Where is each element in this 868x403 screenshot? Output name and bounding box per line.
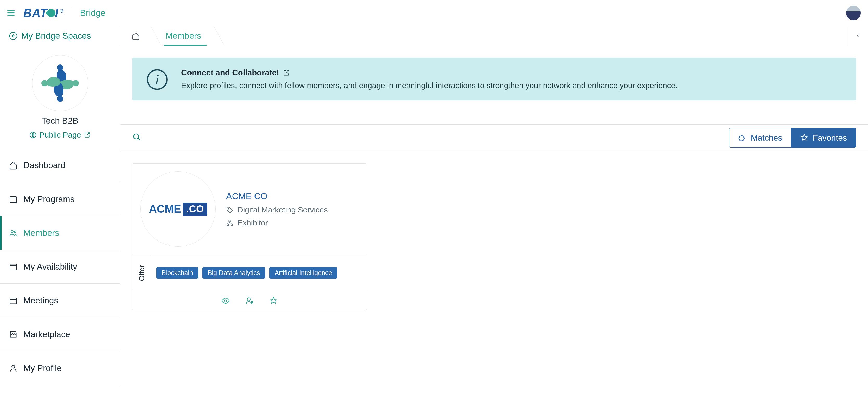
favorites-button[interactable]: Favorites — [791, 128, 856, 148]
collapse-button[interactable] — [848, 26, 868, 45]
offer-tag[interactable]: Blockchain — [156, 267, 198, 279]
my-bridge-spaces-link[interactable]: My Bridge Spaces — [0, 26, 120, 46]
offer-tag[interactable]: Artificial Intelligence — [269, 267, 337, 279]
svg-rect-10 — [10, 298, 17, 304]
user-avatar[interactable] — [846, 6, 861, 20]
brand-separator — [72, 7, 72, 19]
offer-label: Offer — [132, 255, 151, 291]
calendar-icon — [9, 262, 18, 271]
sidebar-item-label: Members — [23, 228, 59, 238]
offer-tags: Blockchain Big Data Analytics Artificial… — [151, 255, 342, 291]
svg-rect-6 — [10, 197, 17, 203]
info-banner: i Connect and Collaborate! Explore profi… — [132, 58, 856, 100]
matches-button[interactable]: Matches — [729, 128, 791, 148]
svg-point-11 — [12, 365, 14, 368]
external-link-icon[interactable] — [283, 69, 290, 76]
sidebar-item-marketplace[interactable]: Marketplace — [0, 317, 120, 351]
workspace-logo — [32, 55, 88, 111]
external-link-icon — [84, 132, 91, 138]
info-icon: i — [147, 69, 167, 90]
triangle-left-icon — [856, 33, 861, 39]
public-page-link[interactable]: Public Page — [29, 131, 90, 139]
sidebar-item-my-profile[interactable]: My Profile — [0, 351, 120, 385]
member-logo-box: .CO — [183, 203, 207, 216]
svg-point-3 — [57, 96, 63, 102]
user-icon — [9, 364, 18, 373]
sidebar-item-members[interactable]: Members — [0, 216, 120, 250]
member-logo: ACME .CO — [140, 171, 216, 247]
svg-point-7 — [11, 230, 13, 233]
star-outline-icon[interactable] — [269, 296, 278, 305]
member-logo-text: ACME — [149, 203, 181, 215]
brand-logo[interactable]: BATI® — [23, 6, 64, 20]
member-category: Digital Marketing Services — [238, 205, 328, 214]
sidebar-item-label: Dashboard — [23, 160, 65, 170]
sidebar-item-label: My Programs — [23, 194, 74, 204]
app-name[interactable]: Bridge — [80, 8, 105, 18]
svg-point-17 — [224, 300, 227, 302]
svg-point-18 — [247, 298, 250, 301]
sidebar-item-my-availability[interactable]: My Availability — [0, 250, 120, 284]
sidebar-item-label: Marketplace — [23, 329, 70, 339]
offer-tag[interactable]: Big Data Analytics — [203, 267, 266, 279]
svg-point-4 — [41, 80, 48, 86]
search-icon — [132, 132, 142, 142]
store-icon — [9, 330, 18, 339]
home-icon — [132, 32, 140, 40]
favorites-label: Favorites — [813, 133, 847, 143]
sidebar-item-my-programs[interactable]: My Programs — [0, 182, 120, 216]
home-icon — [9, 161, 18, 170]
info-description: Explore profiles, connect with fellow me… — [181, 81, 678, 90]
svg-point-1 — [57, 65, 63, 71]
sidebar-item-meetings[interactable]: Meetings — [0, 284, 120, 317]
sidebar-item-label: Meetings — [23, 296, 58, 305]
tag-icon — [226, 206, 234, 213]
breadcrumb: Members — [120, 26, 868, 46]
sidebar-item-dashboard[interactable]: Dashboard — [0, 148, 120, 182]
sidebar-item-label: My Availability — [23, 262, 77, 272]
workspace-name: Tech B2B — [42, 116, 78, 126]
star-icon — [800, 134, 808, 142]
hamburger-menu[interactable] — [7, 10, 14, 15]
breadcrumb-home[interactable] — [120, 26, 151, 45]
eye-icon[interactable] — [221, 296, 230, 305]
sidebar-item-label: My Profile — [23, 363, 62, 373]
puzzle-icon — [738, 134, 746, 142]
svg-rect-16 — [231, 224, 232, 226]
svg-rect-15 — [227, 224, 229, 226]
back-circle-icon — [9, 31, 18, 40]
svg-point-2 — [72, 80, 79, 86]
member-card: ACME .CO ACME CO Digital Marketing Servi… — [132, 163, 367, 310]
sitemap-icon — [226, 219, 234, 227]
breadcrumb-label: Members — [165, 31, 202, 41]
calendar-icon — [9, 296, 18, 305]
matches-label: Matches — [751, 133, 782, 143]
search-button[interactable] — [132, 132, 142, 143]
member-role: Exhibitor — [238, 219, 268, 227]
svg-rect-9 — [10, 264, 17, 270]
public-page-label: Public Page — [39, 131, 81, 139]
info-title: Connect and Collaborate! — [181, 68, 279, 77]
breadcrumb-current[interactable]: Members — [151, 26, 214, 45]
svg-point-13 — [228, 208, 229, 209]
globe-icon — [29, 131, 37, 139]
svg-point-12 — [134, 134, 139, 139]
svg-point-19 — [252, 302, 253, 303]
members-icon — [9, 229, 18, 237]
calendar-icon — [9, 195, 18, 204]
member-name[interactable]: ACME CO — [226, 191, 328, 201]
my-bridge-spaces-label: My Bridge Spaces — [21, 31, 91, 41]
svg-rect-14 — [229, 220, 231, 222]
svg-point-8 — [14, 231, 16, 233]
connect-icon[interactable] — [245, 296, 254, 305]
